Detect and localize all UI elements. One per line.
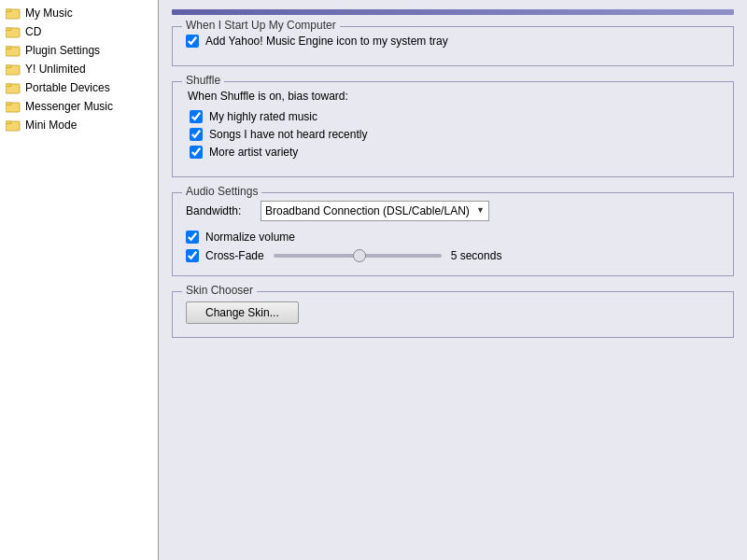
svg-rect-9	[6, 84, 11, 87]
startup-checkbox[interactable]	[186, 35, 199, 48]
folder-icon-plugin	[6, 44, 21, 57]
skin-section-title: Skin Chooser	[182, 284, 257, 297]
shuffle-section-title: Shuffle	[182, 74, 224, 87]
sidebar-item-plugin-settings[interactable]: Plugin Settings	[0, 41, 158, 60]
shuffle-option-highly-rated: My highly rated music	[190, 110, 720, 123]
sidebar-item-portable-devices[interactable]: Portable Devices	[0, 78, 158, 97]
svg-rect-11	[6, 103, 11, 105]
sidebar-item-yi-unlimited[interactable]: Y! Unlimited	[0, 60, 158, 78]
svg-rect-7	[6, 65, 11, 68]
top-bar	[172, 9, 734, 15]
shuffle-section: Shuffle When Shuffle is on, bias toward:…	[172, 81, 734, 177]
sidebar-item-cd[interactable]: CD	[0, 22, 158, 41]
sidebar-item-my-music[interactable]: My Music	[0, 4, 158, 22]
normalize-row: Normalize volume	[186, 231, 720, 244]
audio-section-title: Audio Settings	[182, 185, 261, 198]
skin-section: Skin Chooser Change Skin...	[172, 291, 734, 338]
svg-rect-1	[6, 9, 11, 12]
shuffle-options: My highly rated music Songs I have not h…	[190, 110, 720, 159]
main-content: When I Start Up My Computer Add Yahoo! M…	[159, 0, 747, 560]
startup-checkbox-label: Add Yahoo! Music Engine icon to my syste…	[205, 35, 448, 48]
shuffle-label-artist-variety: More artist variety	[209, 146, 298, 159]
shuffle-option-not-heard: Songs I have not heard recently	[190, 128, 720, 141]
sidebar-label-yi-unlimited: Y! Unlimited	[25, 63, 86, 76]
sidebar-label-messenger-music: Messenger Music	[25, 100, 113, 113]
startup-section: When I Start Up My Computer Add Yahoo! M…	[172, 26, 734, 66]
sidebar-label-mini-mode: Mini Mode	[25, 119, 77, 132]
bandwidth-select[interactable]: Broadband Connection (DSL/Cable/LAN) Dia…	[261, 201, 489, 221]
bandwidth-label: Bandwidth:	[186, 204, 251, 217]
audio-section: Audio Settings Bandwidth: Broadband Conn…	[172, 192, 734, 276]
crossfade-checkbox[interactable]	[186, 249, 199, 262]
crossfade-seconds: 5 seconds	[451, 249, 502, 262]
folder-icon-cd	[6, 25, 21, 38]
svg-rect-13	[6, 121, 11, 124]
sidebar-item-mini-mode[interactable]: Mini Mode	[0, 116, 158, 134]
sidebar-label-portable-devices: Portable Devices	[25, 81, 110, 94]
shuffle-checkbox-not-heard[interactable]	[190, 128, 203, 141]
shuffle-checkbox-highly-rated[interactable]	[190, 110, 203, 123]
shuffle-option-artist-variety: More artist variety	[190, 146, 720, 159]
crossfade-label: Cross-Fade	[205, 249, 264, 262]
startup-section-title: When I Start Up My Computer	[182, 19, 340, 32]
normalize-checkbox[interactable]	[186, 231, 199, 244]
sidebar-item-messenger-music[interactable]: Messenger Music	[0, 97, 158, 116]
crossfade-slider-thumb[interactable]	[353, 249, 366, 262]
sidebar: My Music CD Plugin Settings Y! Unlimited	[0, 0, 159, 560]
bandwidth-select-wrapper: Broadband Connection (DSL/Cable/LAN) Dia…	[261, 201, 489, 221]
shuffle-checkbox-artist-variety[interactable]	[190, 146, 203, 159]
crossfade-slider-track	[274, 254, 442, 258]
crossfade-row: Cross-Fade 5 seconds	[186, 249, 720, 262]
sidebar-label-my-music: My Music	[25, 7, 73, 20]
shuffle-bias-label: When Shuffle is on, bias toward:	[188, 90, 720, 103]
change-skin-button[interactable]: Change Skin...	[186, 301, 299, 324]
sidebar-label-plugin-settings: Plugin Settings	[25, 44, 100, 57]
svg-rect-5	[6, 47, 11, 49]
folder-icon-portable	[6, 81, 21, 94]
startup-checkbox-row: Add Yahoo! Music Engine icon to my syste…	[186, 35, 720, 48]
shuffle-label-not-heard: Songs I have not heard recently	[209, 128, 367, 141]
normalize-label: Normalize volume	[205, 231, 295, 244]
folder-icon-messenger	[6, 100, 21, 113]
folder-icon-mini	[6, 119, 21, 132]
shuffle-label-highly-rated: My highly rated music	[209, 110, 317, 123]
sidebar-label-cd: CD	[25, 25, 41, 38]
folder-icon	[6, 7, 21, 20]
folder-icon-unlimited	[6, 63, 21, 76]
svg-rect-3	[6, 28, 11, 31]
bandwidth-row: Bandwidth: Broadband Connection (DSL/Cab…	[186, 201, 720, 221]
